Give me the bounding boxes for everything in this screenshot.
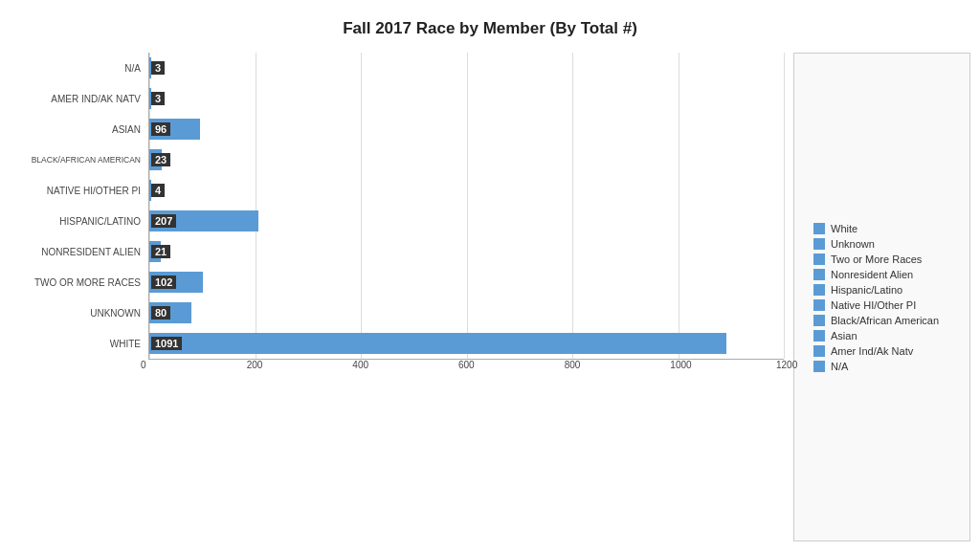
y-label: HISPANIC/LATINO	[10, 206, 141, 236]
legend-color-box	[813, 330, 825, 342]
bars-area: 339623420721102801091	[148, 53, 784, 360]
bar: 4	[149, 180, 151, 201]
legend-color-box	[813, 238, 825, 250]
bar-value: 80	[151, 306, 170, 320]
y-label: WHITE	[10, 329, 141, 360]
legend-color-box	[813, 269, 825, 280]
bar-value: 1091	[151, 337, 182, 350]
legend-label: Unknown	[831, 238, 875, 250]
bar-row: 96	[149, 114, 784, 144]
legend-item: Native HI/Other PI	[813, 299, 965, 311]
legend-label: Asian	[831, 330, 858, 342]
legend-item: Unknown	[813, 238, 965, 250]
bar-value: 96	[151, 122, 170, 136]
chart-area: N/AAMER IND/AK NATVASIANBLACK/AFRICAN AM…	[10, 53, 784, 541]
y-label: NATIVE HI/OTHER PI	[10, 175, 141, 206]
bar: 3	[149, 88, 151, 109]
legend-item: Amer Ind/Ak Natv	[813, 345, 965, 357]
legend-item: N/A	[813, 361, 965, 372]
bar-value: 3	[151, 61, 165, 75]
bar-row: 102	[149, 267, 784, 298]
legend-item: Black/African American	[813, 315, 965, 326]
bar: 23	[149, 149, 162, 170]
legend-label: Native HI/Other PI	[831, 299, 916, 311]
legend-label: Two or More Races	[831, 253, 922, 265]
y-label: NONRESIDENT ALIEN	[10, 237, 141, 268]
bars-and-labels: N/AAMER IND/AK NATVASIANBLACK/AFRICAN AM…	[10, 53, 784, 360]
legend-label: Nonresident Alien	[831, 269, 913, 280]
y-label: TWO OR MORE RACES	[10, 268, 141, 298]
y-label: N/A	[10, 53, 141, 83]
legend-label: Black/African American	[831, 315, 939, 326]
legend-item: Nonresident Alien	[813, 269, 965, 280]
bar-row: 207	[149, 206, 784, 236]
bar: 102	[149, 272, 203, 293]
chart-body: N/AAMER IND/AK NATVASIANBLACK/AFRICAN AM…	[10, 53, 970, 541]
bar-value: 102	[151, 276, 176, 289]
legend-item: Hispanic/Latino	[813, 284, 965, 296]
bar: 207	[149, 210, 258, 231]
x-axis-label: 600	[458, 360, 475, 370]
chart-container: Fall 2017 Race by Member (By Total #) N/…	[0, 0, 980, 551]
legend: WhiteUnknownTwo or More RacesNonresident…	[793, 53, 970, 541]
y-labels: N/AAMER IND/AK NATVASIANBLACK/AFRICAN AM…	[10, 53, 148, 360]
bar-value: 3	[151, 92, 165, 105]
legend-color-box	[813, 299, 825, 311]
bar-row: 80	[149, 298, 784, 328]
bar: 80	[149, 302, 191, 323]
chart-title: Fall 2017 Race by Member (By Total #)	[10, 19, 970, 38]
bar: 21	[149, 241, 161, 262]
bar-row: 1091	[149, 328, 784, 359]
y-label: ASIAN	[10, 114, 141, 144]
bar-row: 23	[149, 144, 784, 175]
y-label: AMER IND/AK NATV	[10, 83, 141, 114]
x-axis-label: 800	[565, 360, 581, 370]
bar: 1091	[149, 333, 726, 354]
x-axis-label: 400	[352, 360, 368, 370]
grid-line	[784, 53, 785, 359]
legend-color-box	[813, 345, 825, 357]
bar-value: 4	[151, 184, 165, 197]
bar: 96	[149, 119, 200, 140]
bar-row: 3	[149, 83, 784, 114]
bar-value: 207	[151, 214, 176, 228]
legend-item: Two or More Races	[813, 253, 965, 265]
bar-row: 4	[149, 175, 784, 206]
legend-color-box	[813, 284, 825, 296]
legend-color-box	[813, 315, 825, 326]
x-axis-label: 200	[247, 360, 263, 370]
x-axis-label: 0	[141, 360, 146, 370]
bar-value: 23	[151, 153, 170, 166]
bar: 3	[149, 57, 151, 78]
y-label: UNKNOWN	[10, 298, 141, 329]
bar-row: 3	[149, 53, 784, 83]
bar-value: 21	[151, 245, 170, 258]
x-axis-label: 1000	[670, 360, 691, 370]
legend-color-box	[813, 361, 825, 372]
x-axis-labels: 020040060080010001200	[148, 360, 784, 541]
legend-label: White	[831, 223, 858, 234]
legend-label: N/A	[831, 361, 848, 372]
legend-item: White	[813, 223, 965, 234]
y-label: BLACK/AFRICAN AMERICAN	[10, 144, 141, 175]
legend-color-box	[813, 253, 825, 265]
bar-row: 21	[149, 236, 784, 267]
legend-label: Amer Ind/Ak Natv	[831, 345, 913, 357]
legend-item: Asian	[813, 330, 965, 342]
legend-label: Hispanic/Latino	[831, 284, 902, 296]
x-axis-label: 1200	[776, 360, 797, 370]
legend-color-box	[813, 223, 825, 234]
